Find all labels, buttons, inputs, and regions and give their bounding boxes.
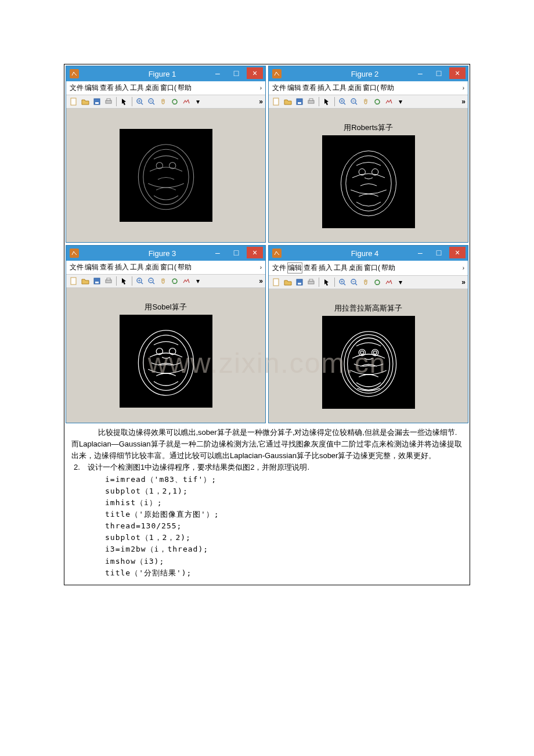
zoom-out-icon[interactable] <box>146 276 157 286</box>
rotate-icon[interactable] <box>372 96 383 107</box>
menu-insert[interactable]: 插入 <box>317 83 331 93</box>
zoom-out-icon[interactable] <box>349 277 359 287</box>
menu-win[interactable]: 窗口( <box>364 263 380 273</box>
data-cursor-icon[interactable] <box>181 276 192 286</box>
menu-help[interactable]: 帮助 <box>178 83 192 93</box>
data-cursor-icon[interactable] <box>384 277 394 287</box>
menu-win[interactable]: 窗口( <box>160 83 176 93</box>
menu-overflow-icon[interactable]: › <box>463 85 464 91</box>
menu-file[interactable]: 文件 <box>272 83 286 93</box>
menu-file[interactable]: 文件 <box>70 262 84 272</box>
svg-point-45 <box>143 335 188 390</box>
menu-insert[interactable]: 插入 <box>115 83 129 93</box>
pan-icon[interactable] <box>158 276 168 286</box>
print-icon[interactable] <box>103 276 114 286</box>
minimize-button[interactable]: – <box>412 67 428 79</box>
new-file-icon[interactable] <box>271 96 282 107</box>
pointer-icon[interactable] <box>119 96 129 107</box>
dropdown-arrow-icon[interactable]: ▾ <box>395 96 406 107</box>
menu-overflow-icon[interactable]: › <box>463 265 464 271</box>
menu-view[interactable]: 查看 <box>100 83 114 93</box>
menu-edit[interactable]: 编辑 <box>85 262 99 272</box>
zoom-in-icon[interactable] <box>135 96 145 107</box>
menu-edit[interactable]: 编辑 <box>287 83 301 93</box>
open-folder-icon[interactable] <box>283 277 293 287</box>
open-folder-icon[interactable] <box>80 96 91 107</box>
menu-win[interactable]: 窗口( <box>160 262 176 272</box>
pan-icon[interactable] <box>360 277 371 287</box>
menu-overflow-icon[interactable]: › <box>260 264 262 271</box>
close-button[interactable]: × <box>247 247 263 258</box>
menu-desk[interactable]: 桌面 <box>145 83 159 93</box>
close-button[interactable]: × <box>449 247 466 258</box>
zoom-out-icon[interactable] <box>349 96 359 107</box>
rotate-icon[interactable] <box>372 277 383 287</box>
menu-win[interactable]: 窗口( <box>363 83 379 93</box>
new-file-icon[interactable] <box>68 276 79 286</box>
toolbar-overflow-icon[interactable]: » <box>259 98 263 106</box>
new-file-icon[interactable] <box>271 277 282 287</box>
menu-desk[interactable]: 桌面 <box>349 263 363 273</box>
dropdown-arrow-icon[interactable]: ▾ <box>193 96 203 107</box>
pan-icon[interactable] <box>360 96 371 107</box>
menu-tool[interactable]: 工具 <box>130 262 144 272</box>
menu-view[interactable]: 查看 <box>302 83 316 93</box>
toolbar-overflow-icon[interactable]: » <box>461 98 466 106</box>
minimize-button[interactable]: – <box>412 247 428 258</box>
pointer-icon[interactable] <box>119 276 129 286</box>
titlebar: Figure 1 – □ × <box>66 66 265 81</box>
menu-view[interactable]: 查看 <box>100 262 114 272</box>
menu-tool[interactable]: 工具 <box>334 263 348 273</box>
print-icon[interactable] <box>306 96 316 107</box>
maximize-button[interactable]: □ <box>431 247 447 258</box>
menu-edit[interactable]: 编辑 <box>85 83 99 93</box>
save-icon[interactable] <box>92 96 102 107</box>
dropdown-arrow-icon[interactable]: ▾ <box>193 276 203 286</box>
pointer-icon[interactable] <box>322 96 332 107</box>
maximize-button[interactable]: □ <box>228 247 244 258</box>
print-icon[interactable] <box>306 277 316 287</box>
minimize-button[interactable]: – <box>210 67 226 79</box>
close-button[interactable]: × <box>247 67 263 79</box>
menu-tool[interactable]: 工具 <box>333 83 347 93</box>
menubar: 文件 编辑 查看 插入 工具 桌面 窗口( 帮助 › <box>66 261 265 274</box>
menu-file[interactable]: 文件 <box>70 83 84 93</box>
pan-icon[interactable] <box>158 96 168 107</box>
pointer-icon[interactable] <box>322 277 332 287</box>
save-icon[interactable] <box>294 277 305 287</box>
toolbar-overflow-icon[interactable]: » <box>259 277 263 285</box>
zoom-in-icon[interactable] <box>337 277 348 287</box>
menu-insert[interactable]: 插入 <box>319 263 333 273</box>
menu-overflow-icon[interactable]: › <box>260 85 262 91</box>
zoom-in-icon[interactable] <box>337 96 348 107</box>
new-file-icon[interactable] <box>68 96 79 107</box>
maximize-button[interactable]: □ <box>228 67 244 79</box>
close-button[interactable]: × <box>449 67 466 79</box>
open-folder-icon[interactable] <box>283 96 293 107</box>
menu-help[interactable]: 帮助 <box>178 262 192 272</box>
print-icon[interactable] <box>103 96 114 107</box>
data-cursor-icon[interactable] <box>181 96 192 107</box>
maximize-button[interactable]: □ <box>431 67 447 79</box>
rotate-icon[interactable] <box>169 96 180 107</box>
minimize-button[interactable]: – <box>210 247 226 258</box>
menu-help[interactable]: 帮助 <box>380 83 394 93</box>
save-icon[interactable] <box>92 276 102 286</box>
menu-tool[interactable]: 工具 <box>130 83 144 93</box>
menu-desk[interactable]: 桌面 <box>348 83 362 93</box>
menu-file[interactable]: 文件 <box>272 263 286 273</box>
open-folder-icon[interactable] <box>80 276 91 286</box>
data-cursor-icon[interactable] <box>384 96 394 107</box>
menu-insert[interactable]: 插入 <box>115 262 129 272</box>
dropdown-arrow-icon[interactable]: ▾ <box>395 277 406 287</box>
menu-desk[interactable]: 桌面 <box>145 262 159 272</box>
svg-rect-0 <box>71 98 76 105</box>
menu-edit[interactable]: 编辑 <box>287 262 302 273</box>
rotate-icon[interactable] <box>169 276 180 286</box>
menu-view[interactable]: 查看 <box>304 263 317 273</box>
zoom-out-icon[interactable] <box>146 96 157 107</box>
save-icon[interactable] <box>294 96 305 107</box>
toolbar-overflow-icon[interactable]: » <box>461 278 466 286</box>
zoom-in-icon[interactable] <box>135 276 145 286</box>
menu-help[interactable]: 帮助 <box>381 263 395 273</box>
